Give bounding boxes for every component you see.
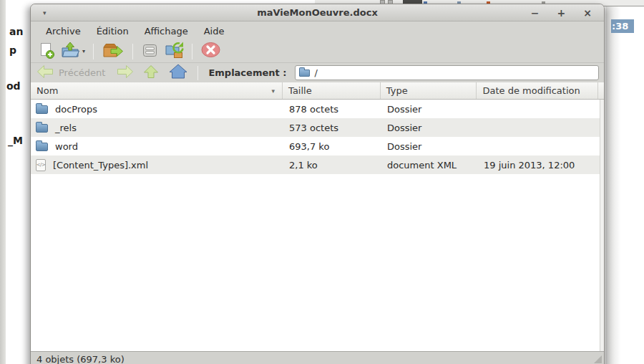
file-rows: docProps 878 octets Dossier _rels 573 oc…	[31, 100, 600, 351]
background-gradient	[605, 0, 644, 364]
save-archive-icon	[141, 42, 159, 62]
convert-archive-icon	[165, 41, 184, 62]
file-size: 2,1 ko	[283, 160, 381, 171]
resize-grip[interactable]	[594, 355, 602, 363]
menu-archive[interactable]: Archive	[38, 26, 89, 37]
table-row[interactable]: word 693,7 ko Dossier	[31, 137, 600, 155]
column-header-size[interactable]: Taille	[283, 82, 381, 99]
maximize-button[interactable]: +	[557, 4, 566, 21]
forward-arrow-icon	[117, 64, 134, 82]
open-archive-button[interactable]: ▾	[58, 42, 88, 62]
column-header-label: Type	[386, 85, 408, 96]
file-date: 19 juin 2013, 12:00	[478, 160, 600, 171]
location-bar: Précédent Emplacement : /	[31, 62, 604, 82]
up-arrow-icon	[143, 64, 159, 82]
table-row[interactable]: docProps 878 octets Dossier	[31, 100, 600, 118]
convert-archive-button[interactable]	[162, 42, 187, 62]
column-header-label: Nom	[36, 85, 58, 96]
file-name: docProps	[55, 104, 97, 115]
column-header-label: Date de modification	[482, 85, 580, 96]
column-header-name[interactable]: Nom ▾	[31, 82, 283, 99]
file-list: docProps 878 octets Dossier _rels 573 oc…	[31, 100, 604, 351]
location-separator	[197, 66, 198, 80]
file-name: _rels	[55, 123, 77, 133]
back-button[interactable]: Précédent	[36, 64, 114, 82]
open-dropdown-caret-icon[interactable]: ▾	[82, 48, 85, 54]
menu-edition[interactable]: Édition	[89, 26, 137, 37]
file-name: word	[55, 141, 78, 152]
column-header-date[interactable]: Date de modification	[477, 82, 598, 99]
file-type: Dossier	[381, 141, 478, 152]
menu-aide[interactable]: Aide	[196, 26, 233, 37]
file-size: 878 octets	[283, 104, 381, 115]
archive-manager-window: ▾ maVieMonOeuvre.docx − + × Archive Édit…	[30, 4, 605, 364]
toolbar-separator	[192, 44, 192, 59]
stop-button[interactable]	[197, 42, 224, 62]
location-input[interactable]: /	[295, 65, 599, 80]
clock-badge: :38	[611, 19, 634, 33]
file-type: Dossier	[381, 123, 478, 133]
toolbar: ▾	[31, 40, 604, 62]
new-archive-button[interactable]	[35, 42, 58, 62]
menu-affichage[interactable]: Affichage	[137, 26, 196, 37]
extract-icon	[102, 41, 125, 62]
background-text-fragment: an	[9, 26, 23, 37]
sort-indicator-icon: ▾	[272, 87, 275, 95]
folder-icon	[299, 70, 310, 77]
background-text-fragment: od	[6, 80, 21, 92]
toolbar-separator	[132, 44, 133, 59]
close-button[interactable]: ×	[583, 4, 592, 21]
open-archive-icon	[61, 42, 80, 62]
file-type: document XML	[381, 160, 478, 171]
folder-icon	[36, 143, 48, 151]
folder-icon	[36, 105, 48, 114]
file-name: [Content_Types].xml	[53, 160, 148, 171]
window-menu-icon[interactable]: ▾	[43, 9, 47, 16]
home-button[interactable]	[169, 64, 187, 82]
background-text-fragment: p	[9, 44, 16, 56]
forward-button[interactable]	[117, 64, 134, 82]
file-type: Dossier	[381, 104, 478, 115]
column-header-type[interactable]: Type	[381, 82, 477, 99]
xml-document-icon: </>	[36, 159, 46, 171]
new-archive-icon	[38, 42, 55, 62]
status-bar: 4 objets (697,3 ko)	[31, 351, 604, 364]
window-controls: − + ×	[531, 4, 604, 21]
back-arrow-icon	[36, 64, 54, 82]
column-header-filler	[598, 82, 604, 99]
table-row[interactable]: </>[Content_Types].xml 2,1 ko document X…	[31, 155, 600, 174]
save-archive-button[interactable]	[138, 42, 162, 62]
background-left-strip	[0, 0, 6, 364]
minimize-button[interactable]: −	[531, 4, 540, 21]
up-button[interactable]	[143, 64, 159, 82]
column-header-label: Taille	[288, 85, 312, 96]
window-title: maVieMonOeuvre.docx	[31, 7, 604, 18]
scrollbar-track[interactable]	[600, 100, 604, 351]
status-text: 4 objets (697,3 ko)	[36, 354, 125, 364]
menubar: Archive Édition Affichage Aide	[31, 21, 604, 40]
folder-icon	[36, 124, 48, 133]
file-size: 573 octets	[283, 123, 381, 133]
back-button-label: Précédent	[59, 67, 105, 78]
background-text-fragment: _M	[8, 135, 23, 146]
stop-icon	[200, 42, 221, 61]
toolbar-separator	[93, 44, 94, 59]
extract-button[interactable]	[99, 42, 127, 62]
location-path[interactable]: /	[314, 67, 317, 78]
location-label: Emplacement :	[208, 67, 286, 78]
table-row[interactable]: _rels 573 octets Dossier	[31, 118, 600, 137]
home-icon	[169, 64, 187, 82]
table-header: Nom ▾ Taille Type Date de modification	[31, 82, 604, 100]
titlebar: ▾ maVieMonOeuvre.docx − + ×	[31, 4, 604, 21]
file-size: 693,7 ko	[283, 141, 381, 152]
